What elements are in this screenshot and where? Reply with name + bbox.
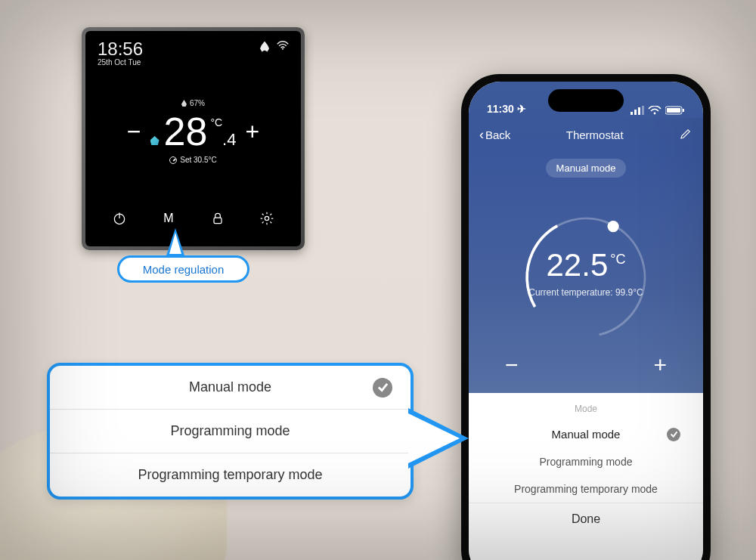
picker-option-manual[interactable]: Manual mode (469, 420, 703, 448)
mode-picker: Mode Manual mode Programming mode Progra… (469, 393, 703, 560)
current-temperature: 28 °C .4 (150, 112, 237, 151)
dynamic-island (548, 89, 624, 112)
back-button[interactable]: ‹ Back (479, 127, 510, 143)
app-header: ‹ Back Thermostat (469, 118, 703, 151)
svg-rect-7 (638, 107, 640, 115)
svg-rect-6 (634, 110, 637, 115)
battery-icon (665, 106, 685, 115)
app-body: Manual mode 22.5°C Current temperature: … (469, 151, 703, 393)
callout-option-programming[interactable]: Programming mode (50, 410, 411, 453)
humidity-row: 67% (94, 99, 292, 107)
thermostat-bezel: 18:56 25th Oct Tue 67% − (85, 31, 301, 246)
picker-option-programming-temporary[interactable]: Programming temporary mode (469, 475, 703, 503)
pencil-icon (679, 127, 692, 141)
settings-button[interactable] (259, 210, 275, 227)
temperature-dial[interactable]: 22.5°C Current temperature: 99.9°C (514, 206, 658, 349)
done-button[interactable]: Done (469, 503, 703, 540)
picker-option-programming[interactable]: Programming mode (469, 448, 703, 475)
callout-pointer (166, 228, 184, 255)
chevron-left-icon: ‹ (479, 127, 484, 143)
svg-point-15 (608, 221, 619, 232)
check-icon (373, 378, 392, 398)
callout-arrow (408, 408, 469, 469)
svg-point-4 (265, 216, 269, 220)
temp-up-button[interactable]: + (245, 118, 259, 146)
phone-frame: 11:30 ✈ ‹ Back Thermostat Manual mode (461, 74, 711, 560)
droplet-icon (181, 100, 187, 107)
check-icon (667, 428, 680, 441)
lock-button[interactable] (209, 210, 226, 227)
svg-rect-5 (631, 112, 633, 115)
wifi-status-icon (648, 106, 662, 115)
mode-options-callout: Manual mode Programming mode Programming… (47, 363, 414, 500)
mode-chip[interactable]: Manual mode (546, 159, 627, 178)
header-title: Thermostat (566, 128, 624, 141)
thermostat-time: 18:56 (98, 40, 143, 58)
edit-button[interactable] (679, 127, 692, 143)
temp-down-button[interactable]: − (127, 118, 141, 146)
phone-temp-up-button[interactable]: + (653, 352, 667, 378)
thermostat-device: 18:56 25th Oct Tue 67% − (82, 27, 305, 250)
callout-option-programming-temporary[interactable]: Programming temporary mode (50, 453, 411, 497)
gauge-icon (169, 156, 177, 164)
mode-regulation-callout: Mode regulation (117, 255, 249, 283)
svg-point-9 (654, 113, 656, 115)
thermostat-date: 25th Oct Tue (98, 58, 143, 67)
signal-icon (631, 106, 644, 115)
svg-rect-12 (683, 109, 684, 112)
set-temperature-row: Set 30.5°C (94, 156, 292, 164)
callout-option-manual[interactable]: Manual mode (50, 366, 411, 410)
svg-rect-3 (214, 218, 222, 224)
flame-icon (260, 42, 269, 52)
wifi-icon (277, 40, 289, 53)
dial-temperature: 22.5°C (514, 247, 658, 283)
svg-rect-8 (642, 106, 644, 115)
phone-temp-down-button[interactable]: − (505, 352, 519, 378)
home-icon (150, 136, 160, 145)
humidity-value: 67% (190, 99, 205, 107)
svg-point-0 (282, 48, 284, 50)
picker-header: Mode (469, 393, 703, 420)
mode-button[interactable]: M (160, 210, 177, 227)
svg-rect-11 (667, 108, 680, 113)
power-button[interactable] (111, 210, 128, 227)
current-temperature-label: Current temperature: 99.9°C (514, 287, 658, 298)
status-time: 11:30 ✈ (487, 103, 526, 115)
